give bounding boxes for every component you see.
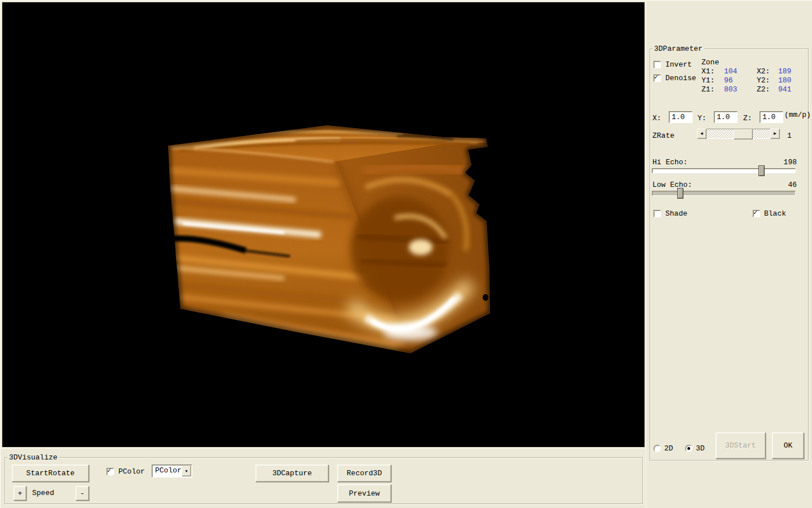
hi-echo-handle[interactable] (758, 165, 765, 176)
black-label: Black (764, 209, 786, 218)
zone-x1-value: 104 (724, 67, 737, 76)
pcolor-label: PColor (118, 467, 145, 476)
shade-label: Shade (665, 209, 687, 218)
low-echo-handle[interactable] (677, 188, 683, 199)
right-panel-separator (646, 0, 646, 508)
pcolor-checkbox[interactable]: ✓ (107, 468, 114, 475)
zone-title: Zone (701, 58, 719, 67)
mode-2d-label: 2D (664, 444, 673, 453)
render-viewport[interactable] (2, 2, 645, 447)
radio-dot-icon (687, 447, 690, 450)
start-rotate-button[interactable]: StartRotate (12, 465, 89, 482)
check-mark-icon: ✓ (107, 468, 113, 474)
scale-unit-label: (mm/p) (784, 111, 811, 119)
zrate-value: 1 (787, 132, 792, 140)
scale-z-label: Z: (743, 114, 752, 122)
visualize-groupbox: 3DVisualize StartRotate + Speed - ✓ PCol… (5, 457, 643, 504)
zone-z2-value: 941 (778, 85, 791, 94)
check-mark-icon: ✓ (753, 210, 760, 216)
param-group-title: 3DParameter (652, 45, 704, 53)
zrate-right-arrow-icon[interactable]: ► (770, 129, 780, 139)
zone-x2-label: X2: (757, 67, 770, 76)
ok-button[interactable]: OK (772, 432, 804, 459)
pcolor-dropdown[interactable]: PColor ▼ (152, 465, 192, 478)
scale-y-label: Y: (698, 114, 707, 122)
speed-minus-button[interactable]: - (76, 486, 89, 501)
speed-label: Speed (32, 489, 54, 497)
param-groupbox: 3DParameter ✓ Invert ✓ Denoise Zone X1: … (650, 49, 809, 461)
zone-z1-label: Z1: (701, 85, 714, 94)
record-3d-button[interactable]: Record3D (337, 465, 391, 482)
zone-z1-value: 803 (724, 85, 737, 94)
scale-x-label: X: (652, 114, 661, 122)
denoise-label: Denoise (665, 74, 696, 82)
chevron-down-icon[interactable]: ▼ (182, 466, 191, 476)
low-echo-value: 46 (788, 181, 797, 189)
low-echo-label: Low Echo: (652, 181, 692, 189)
scale-z-input[interactable] (760, 111, 783, 123)
hi-echo-slider[interactable] (652, 168, 796, 173)
zone-x2-value: 189 (778, 67, 791, 76)
black-checkbox[interactable]: ✓ (753, 210, 760, 217)
visualize-group-title: 3DVisualize (7, 453, 59, 462)
mode-3d-label: 3D (696, 444, 705, 453)
low-echo-slider[interactable] (652, 191, 796, 196)
invert-label: Invert (665, 60, 692, 69)
shade-checkbox[interactable]: ✓ (654, 210, 661, 217)
scale-x-input[interactable] (669, 111, 692, 123)
zrate-label: ZRate (652, 132, 674, 140)
pcolor-dropdown-value: PColor (155, 466, 182, 475)
zone-y1-label: Y1: (701, 76, 714, 85)
bottom-panel-separator (0, 448, 645, 449)
invert-checkbox[interactable]: ✓ (654, 61, 661, 68)
capture-3d-button[interactable]: 3DCapture (255, 465, 329, 482)
mode-2d-radio[interactable] (654, 445, 661, 452)
application-window: 3DParameter ✓ Invert ✓ Denoise Zone X1: … (0, 0, 812, 508)
zrate-track[interactable] (707, 129, 770, 139)
preview-button[interactable]: Preview (337, 484, 391, 502)
scale-y-input[interactable] (714, 111, 738, 123)
zrate-left-arrow-icon[interactable]: ◄ (697, 129, 707, 139)
start-3d-button[interactable]: 3DStart (716, 432, 766, 459)
volume-render (2, 2, 645, 447)
zone-z2-label: Z2: (757, 85, 770, 94)
speed-plus-button[interactable]: + (14, 486, 27, 501)
zone-x1-label: X1: (701, 67, 714, 76)
hi-echo-label: Hi Echo: (652, 158, 687, 167)
zrate-scrollbar[interactable]: ◄ ► (697, 129, 780, 139)
zone-y2-label: Y2: (757, 76, 770, 85)
zrate-thumb[interactable] (734, 129, 753, 139)
hi-echo-value: 198 (784, 158, 797, 167)
zone-y1-value: 96 (724, 76, 733, 85)
denoise-checkbox[interactable]: ✓ (654, 75, 661, 82)
zone-y2-value: 180 (778, 76, 791, 85)
mode-3d-radio[interactable] (685, 445, 692, 452)
check-mark-icon: ✓ (654, 75, 660, 81)
